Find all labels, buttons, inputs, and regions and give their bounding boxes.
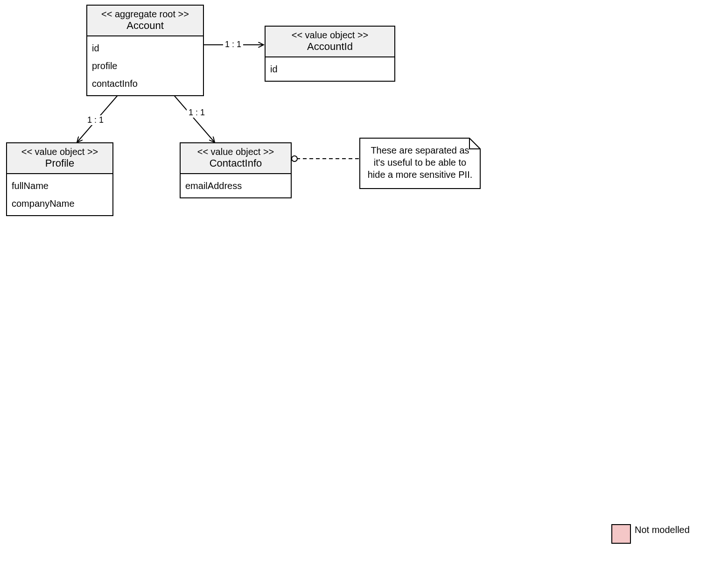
note: These are separated as it's useful to be… (359, 138, 481, 189)
class-account-stereotype: << aggregate root >> (89, 8, 201, 20)
class-contactinfo-stereotype: << value object >> (182, 146, 289, 157)
class-profile-body: fullName companyName (7, 174, 112, 215)
assoc-label-account-contactinfo: 1 : 1 (187, 108, 207, 118)
class-accountid-title: AccountId (267, 41, 392, 53)
class-profile-header: << value object >> Profile (7, 143, 112, 174)
class-accountid-header: << value object >> AccountId (266, 27, 394, 57)
class-account: << aggregate root >> Account id profile … (86, 5, 204, 96)
assoc-label-account-accountid: 1 : 1 (223, 40, 243, 49)
assoc-account-contactinfo (173, 94, 215, 142)
class-profile-stereotype: << value object >> (9, 146, 111, 157)
class-contactinfo-header: << value object >> ContactInfo (181, 143, 291, 174)
legend-swatch-not-modelled (611, 524, 631, 544)
class-accountid-attr: id (270, 60, 390, 78)
class-account-attr: id (92, 39, 198, 57)
class-account-attr: contactInfo (92, 75, 198, 92)
class-profile: << value object >> Profile fullName comp… (6, 142, 113, 216)
class-accountid: << value object >> AccountId id (265, 26, 395, 82)
class-profile-title: Profile (9, 157, 111, 169)
class-account-header: << aggregate root >> Account (87, 6, 203, 36)
assoc-label-account-profile: 1 : 1 (85, 115, 105, 125)
class-contactinfo-title: ContactInfo (182, 157, 289, 169)
class-account-body: id profile contactInfo (87, 36, 203, 95)
class-accountid-stereotype: << value object >> (267, 29, 392, 41)
note-text: These are separated as it's useful to be… (365, 144, 475, 181)
class-contactinfo: << value object >> ContactInfo emailAddr… (180, 142, 292, 198)
legend-label-not-modelled: Not modelled (635, 524, 691, 535)
class-profile-attr: fullName (12, 177, 108, 195)
note-attachment-anchor-icon (292, 156, 297, 161)
class-accountid-body: id (266, 57, 394, 81)
class-account-attr: profile (92, 57, 198, 75)
class-contactinfo-attr: emailAddress (185, 177, 286, 195)
class-account-title: Account (89, 20, 201, 32)
class-profile-attr: companyName (12, 195, 108, 212)
class-contactinfo-body: emailAddress (181, 174, 291, 197)
